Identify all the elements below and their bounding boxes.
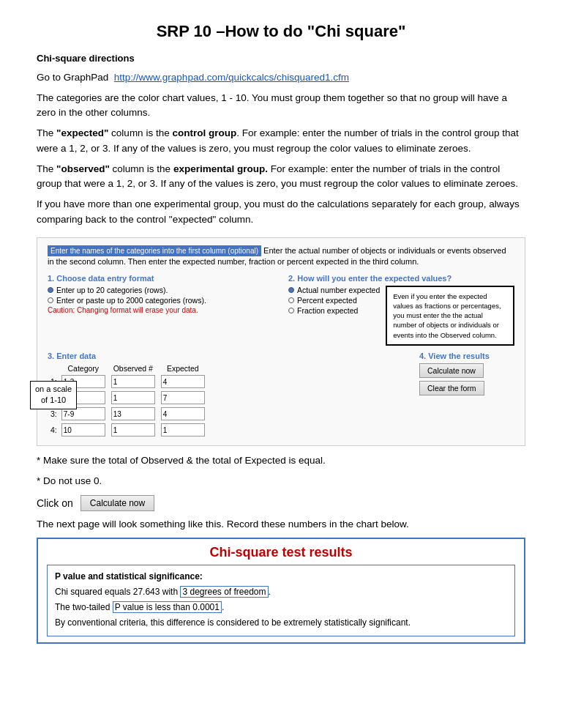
- input-observed[interactable]: [111, 375, 155, 388]
- on-scale-line2: of 1-10: [41, 395, 66, 404]
- results-line1-pre: Chi squared equals 27.643 with: [55, 587, 180, 597]
- observed-paragraph: The "observed" column is the experimenta…: [37, 162, 525, 192]
- observed-text2: column is the: [110, 163, 173, 174]
- top-highlight: Enter the names of the categories into t…: [48, 245, 261, 256]
- right-panel: Actual number expected Percent expected …: [288, 286, 514, 346]
- radio-actual: Actual number expected: [288, 286, 380, 294]
- chi-results-title: Chi-square test results: [47, 545, 515, 560]
- col-left: 1. Choose data entry format Enter up to …: [48, 274, 274, 346]
- radio-fraction: Fraction expected: [288, 306, 380, 315]
- enter-data-title: 3. Enter data: [48, 352, 405, 360]
- click-on-label: Click on: [37, 497, 73, 509]
- enter-data-section: 3. Enter data Category Observed # Expect…: [48, 352, 514, 438]
- cell-expected: [158, 374, 208, 390]
- results-inner: P value and statistical significance: Ch…: [47, 565, 515, 636]
- control-bold: control group: [172, 127, 236, 138]
- radio-percent-label: Percent expected: [297, 296, 357, 305]
- expected-bold: "expected": [56, 127, 108, 138]
- radio-actual-icon: [288, 287, 294, 293]
- screenshot-box: on a scale of 1-10 Enter the names of th…: [37, 237, 525, 446]
- cell-observed: [108, 422, 158, 438]
- results-line2: The two-tailed P value is less than 0.00…: [55, 601, 507, 614]
- results-line2-pre: The two-tailed: [55, 602, 113, 612]
- col-header-category: Category: [59, 363, 108, 374]
- col-right: 2. How will you enter the expected value…: [288, 274, 514, 346]
- caution-text: Caution: Changing format will erase your…: [48, 306, 274, 314]
- cell-expected: [158, 390, 208, 406]
- cell-expected: [158, 406, 208, 422]
- cell-observed: [108, 374, 158, 390]
- table-row: 4:: [48, 422, 208, 438]
- clear-form-button[interactable]: Clear the form: [419, 381, 484, 395]
- observed-text1: The: [37, 163, 56, 174]
- degrees-freedom-highlight: 3 degrees of freedom: [180, 586, 268, 598]
- view-results-title: 4. View the results: [419, 352, 514, 360]
- click-on-row: Click on Calculate now: [37, 495, 525, 511]
- radio-fraction-icon: [288, 308, 294, 313]
- radio-actual-label: Actual number expected: [297, 286, 380, 294]
- page-title: SRP 10 –How to do "Chi square": [37, 22, 525, 41]
- input-observed[interactable]: [111, 407, 155, 420]
- cell-observed: [108, 406, 158, 422]
- graphpad-intro-text: Go to GraphPad: [37, 72, 108, 83]
- radio-label-20: Enter up to 20 categories (rows).: [56, 286, 168, 294]
- radio-percent-icon: [288, 297, 294, 303]
- multiple-groups-text: If you have more than one experimental g…: [37, 197, 525, 227]
- col-header-expected: Expected: [158, 363, 208, 374]
- radio-item-2000: Enter or paste up to 2000 categories (ro…: [48, 296, 274, 305]
- expected-paragraph: The "expected" column is the control gro…: [37, 126, 525, 156]
- col2-header: 2. How will you enter the expected value…: [288, 274, 514, 283]
- calculate-now-button-main[interactable]: Calculate now: [80, 495, 154, 511]
- experimental-bold: experimental group.: [173, 163, 268, 174]
- cell-category: [59, 422, 108, 438]
- row-num: 4:: [48, 422, 59, 438]
- radio-empty-icon: [48, 297, 53, 303]
- radio-percent: Percent expected: [288, 296, 380, 305]
- next-page-text: The next page will look something like t…: [37, 517, 525, 532]
- col-header-observed: Observed #: [108, 363, 158, 374]
- input-expected[interactable]: [161, 391, 205, 404]
- on-scale-line1: on a scale: [35, 385, 72, 393]
- col-header-empty: [48, 363, 59, 374]
- categories-text: The categories are the color chart value…: [37, 91, 525, 121]
- note1: * Make sure the total of Observed & the …: [37, 453, 525, 468]
- radio-item-20: Enter up to 20 categories (rows).: [48, 286, 274, 294]
- screenshot-top-row: Enter the names of the categories into t…: [48, 245, 514, 268]
- graphpad-link[interactable]: http://www.graphpad.com/quickcalcs/chisq…: [114, 72, 349, 83]
- input-expected[interactable]: [161, 423, 205, 437]
- right-radio-col: Actual number expected Percent expected …: [288, 286, 380, 346]
- observed-bold: "observed": [56, 163, 110, 174]
- two-col-section: 1. Choose data entry format Enter up to …: [48, 274, 514, 346]
- directions-title: Chi-square directions: [37, 51, 525, 66]
- input-expected[interactable]: [161, 375, 205, 388]
- graphpad-paragraph: Go to GraphPad http://www.graphpad.com/q…: [37, 70, 525, 85]
- expected-text1: The: [37, 127, 56, 138]
- radio-label-2000: Enter or paste up to 2000 categories (ro…: [56, 296, 206, 305]
- input-category[interactable]: [61, 407, 105, 420]
- radio-fraction-label: Fraction expected: [297, 306, 358, 315]
- input-category[interactable]: [61, 423, 105, 437]
- col1-header: 1. Choose data entry format: [48, 274, 274, 283]
- results-line2-post: .: [222, 602, 224, 612]
- note2: * Do not use 0.: [37, 474, 525, 489]
- expected-desc-box: Even if you enter the expected values as…: [386, 286, 514, 346]
- radio-filled-icon: [48, 287, 53, 293]
- enter-data-left: 3. Enter data Category Observed # Expect…: [48, 352, 405, 438]
- on-scale-box: on a scale of 1-10: [30, 381, 77, 409]
- results-line3: By conventional criteria, this differenc…: [55, 616, 507, 629]
- results-line1: Chi squared equals 27.643 with 3 degrees…: [55, 585, 507, 598]
- calculate-now-button-inner[interactable]: Calculate now: [419, 363, 484, 378]
- input-observed[interactable]: [111, 391, 155, 404]
- results-line1-post: .: [269, 587, 271, 597]
- cell-observed: [108, 390, 158, 406]
- chi-results-box: Chi-square test results P value and stat…: [37, 538, 525, 644]
- pvalue-highlight: P value is less than 0.0001: [113, 601, 222, 613]
- expected-text2: column is the: [108, 127, 172, 138]
- input-expected[interactable]: [161, 407, 205, 420]
- enter-data-right: 4. View the results Calculate now Clear …: [419, 352, 514, 438]
- pvalue-header: P value and statistical significance:: [55, 570, 507, 583]
- input-observed[interactable]: [111, 423, 155, 437]
- cell-expected: [158, 422, 208, 438]
